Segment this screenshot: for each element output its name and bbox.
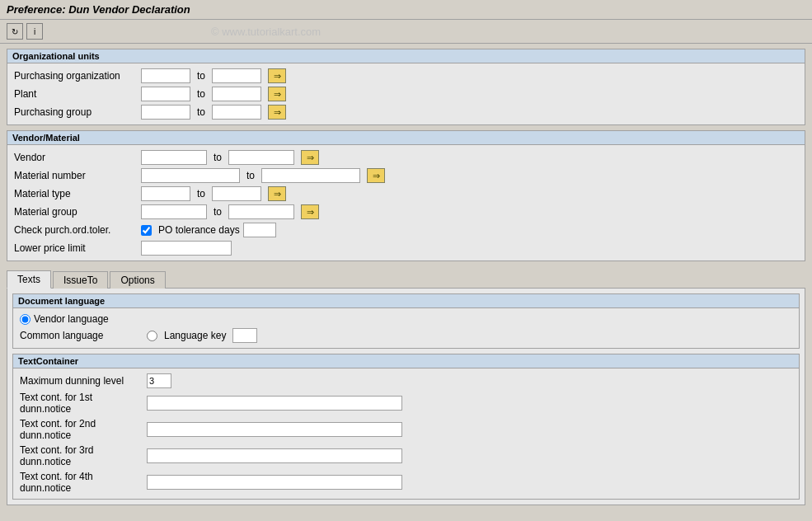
document-language-body: Vendor language Common language Language… [13,308,799,348]
plant-to-label: to [197,88,205,100]
vendor-language-label: Vendor language [34,313,109,325]
lower-price-label: Lower price limit [14,242,138,254]
text-4th-row: Text cont. for 4th dunn.notice [20,469,792,495]
language-key-label: Language key [164,330,226,341]
org-units-section: Organizational units Purchasing organiza… [7,49,805,125]
purchasing-org-row: Purchasing organization to ⇒ [14,67,798,85]
text-3rd-input[interactable] [147,448,402,463]
material-group-label: Material group [14,206,138,218]
max-dunning-row: Maximum dunning level [20,372,792,390]
purchasing-group-from[interactable] [141,105,190,120]
lower-price-input[interactable] [141,241,232,256]
text-2nd-label: Text cont. for 2nd dunn.notice [20,418,143,441]
common-language-row: Common language Language key [20,326,792,345]
arrow-icon[interactable]: ↻ [7,23,23,40]
language-key-input[interactable] [232,328,257,343]
material-group-arrow-btn[interactable]: ⇒ [301,204,319,219]
purchasing-group-label: Purchasing group [14,106,138,118]
purchasing-org-to[interactable] [212,68,261,83]
vendor-from[interactable] [141,150,207,165]
material-number-to-label: to [246,170,255,181]
text-container-section: TextContainer Maximum dunning level Text… [12,354,800,500]
vendor-material-section: Vendor/Material Vendor to ⇒ Material num… [7,130,805,261]
vendor-material-body: Vendor to ⇒ Material number to ⇒ Materia… [7,145,805,260]
material-group-to[interactable] [228,204,294,219]
purchasing-group-to[interactable] [212,105,261,120]
text-container-body: Maximum dunning level Text cont. for 1st… [13,368,799,499]
text-container-title: TextContainer [13,354,799,368]
material-number-from[interactable] [141,168,240,183]
vendor-language-row: Vendor language [20,312,792,326]
check-po-toler-row: Check purch.ord.toler. PO tolerance days [14,221,798,239]
purchasing-org-arrow-btn[interactable]: ⇒ [268,68,286,83]
org-units-body: Purchasing organization to ⇒ Plant to ⇒ … [7,63,805,124]
material-type-arrow-btn[interactable]: ⇒ [268,186,286,201]
plant-from[interactable] [141,87,190,101]
page-title: Preference: Dun Vendor Declaration [7,3,190,16]
purchasing-org-from[interactable] [141,68,190,83]
plant-arrow-btn[interactable]: ⇒ [268,87,286,101]
common-language-radio[interactable] [147,331,157,341]
text-4th-input[interactable] [147,475,402,490]
vendor-material-title: Vendor/Material [7,131,805,145]
vendor-arrow-btn[interactable]: ⇒ [301,150,319,165]
po-tolerance-value[interactable] [243,223,276,237]
text-3rd-row: Text cont. for 3rd dunn.notice [20,443,792,469]
text-1st-row: Text cont. for 1st dunn.notice [20,390,792,416]
material-group-row: Material group to ⇒ [14,203,798,221]
text-1st-input[interactable] [147,396,402,411]
material-type-to-label: to [197,188,205,199]
text-1st-label: Text cont. for 1st dunn.notice [20,392,143,415]
org-units-title: Organizational units [7,49,805,63]
material-number-label: Material number [14,170,138,181]
common-language-label: Common language [20,330,143,341]
material-number-arrow-btn[interactable]: ⇒ [367,168,385,183]
plant-row: Plant to ⇒ [14,85,798,103]
max-dunning-input[interactable] [147,373,171,388]
purchasing-group-to-label: to [197,106,205,118]
purchasing-org-label: Purchasing organization [14,70,138,82]
tab-content: Document language Vendor language Common… [7,288,805,505]
text-2nd-row: Text cont. for 2nd dunn.notice [20,416,792,443]
tab-options[interactable]: Options [110,271,165,289]
info-icon[interactable]: i [26,23,43,40]
vendor-label: Vendor [14,152,138,163]
tab-texts[interactable]: Texts [7,270,51,289]
text-3rd-label: Text cont. for 3rd dunn.notice [20,444,143,467]
vendor-to-label: to [214,152,222,163]
watermark: © www.tutorialkart.com [211,26,321,38]
check-po-toler-label: Check purch.ord.toler. [14,224,138,236]
material-type-from[interactable] [141,186,190,201]
document-language-section: Document language Vendor language Common… [12,293,800,349]
material-number-row: Material number to ⇒ [14,167,798,185]
vendor-row: Vendor to ⇒ [14,148,798,167]
tabs-bar: Texts IssueTo Options [0,266,812,288]
material-number-to[interactable] [261,168,360,183]
purchasing-group-arrow-btn[interactable]: ⇒ [268,105,286,120]
purchasing-org-to-label: to [197,70,205,82]
lower-price-row: Lower price limit [14,239,798,257]
material-group-from[interactable] [141,204,207,219]
tab-issue-to[interactable]: IssueTo [53,271,108,289]
material-type-label: Material type [14,188,138,199]
material-type-to[interactable] [212,186,261,201]
max-dunning-label: Maximum dunning level [20,375,143,387]
vendor-to[interactable] [228,150,294,165]
text-4th-label: Text cont. for 4th dunn.notice [20,471,143,494]
material-type-row: Material type to ⇒ [14,185,798,203]
material-group-to-label: to [214,206,222,218]
title-bar: Preference: Dun Vendor Declaration [0,0,812,20]
document-language-title: Document language [13,294,799,308]
plant-to[interactable] [212,87,261,101]
toolbar: ↻ i © www.tutorialkart.com [0,20,812,44]
po-tolerance-label: PO tolerance days [158,224,240,236]
vendor-language-radio[interactable] [20,314,31,325]
text-2nd-input[interactable] [147,422,402,437]
plant-label: Plant [14,88,138,100]
check-po-toler-checkbox[interactable] [141,225,152,236]
purchasing-group-row: Purchasing group to ⇒ [14,103,798,121]
main-content: Organizational units Purchasing organiza… [0,44,812,266]
